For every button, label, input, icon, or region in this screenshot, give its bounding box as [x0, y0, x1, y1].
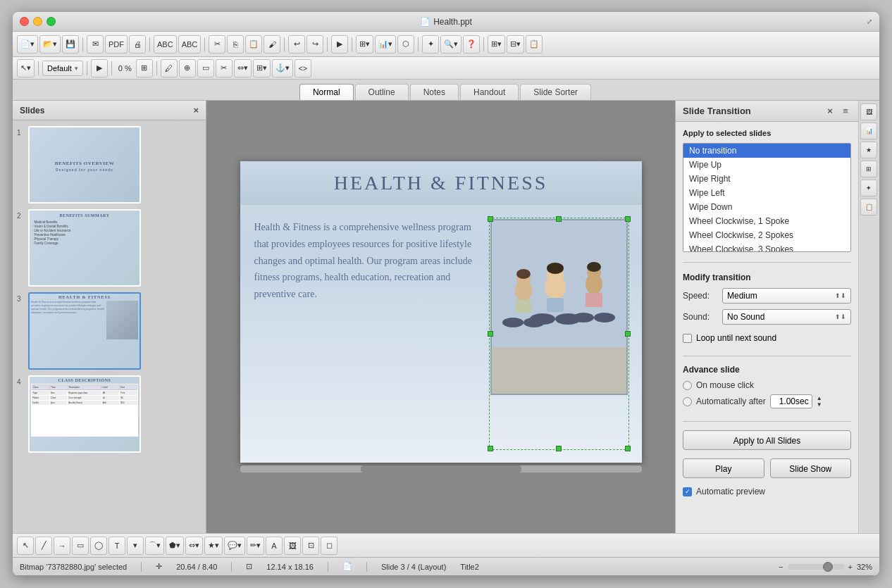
- sound-select[interactable]: No Sound ⬆⬇: [722, 309, 851, 325]
- apply-all-btn[interactable]: Apply to All Slides: [683, 430, 851, 450]
- cut-btn[interactable]: ✂: [209, 35, 225, 54]
- draw-pointer[interactable]: ↖: [17, 537, 34, 555]
- draw-shadow-btn[interactable]: ◻: [321, 537, 337, 555]
- transition-item-0[interactable]: No transition: [683, 144, 850, 158]
- print-btn[interactable]: 🖨: [129, 35, 146, 54]
- transition-item-4[interactable]: Wipe Down: [683, 200, 850, 214]
- time-up[interactable]: ▲: [817, 396, 822, 401]
- draw-curve-btn[interactable]: ⌒▾: [145, 537, 164, 555]
- style-dropdown[interactable]: Default ▾: [42, 61, 83, 76]
- copy-btn[interactable]: ⎘: [227, 35, 244, 54]
- minimize-button[interactable]: [33, 17, 42, 26]
- slide-thumb-3[interactable]: HEALTH & FITNESS Health & Fitness is a c…: [28, 292, 141, 370]
- slides-panel-close[interactable]: ×: [193, 105, 199, 115]
- effects-btn[interactable]: ✦: [422, 35, 439, 54]
- time-down[interactable]: ▼: [817, 402, 822, 408]
- search-btn[interactable]: 🔍▾: [440, 35, 462, 54]
- transition-list[interactable]: No transition Wipe Up Wipe Right Wipe Le…: [683, 143, 851, 252]
- paste-btn[interactable]: 📋: [245, 35, 262, 54]
- draw-shapes-btn[interactable]: ⬟▾: [166, 537, 184, 555]
- slide-canvas[interactable]: HEALTH & FITNESS Health & Fitness is a c…: [240, 161, 642, 463]
- transition-item-6[interactable]: Wheel Clockwise, 2 Spokes: [683, 228, 850, 242]
- mouse-click-radio[interactable]: [683, 381, 692, 390]
- draw-btn[interactable]: ⬡: [397, 35, 414, 54]
- arrows-btn[interactable]: ⇔▾: [234, 59, 252, 77]
- slide-thumb-4[interactable]: CLASS DESCRIPTIONS Class Time Descriptio…: [28, 375, 141, 453]
- auto-after-radio[interactable]: [683, 397, 692, 406]
- table-btn[interactable]: ⊞▾: [356, 35, 373, 54]
- zoom-minus[interactable]: −: [779, 563, 783, 571]
- zoom-stepper[interactable]: ⊞: [136, 59, 153, 77]
- frame-btn[interactable]: ▭: [197, 59, 214, 77]
- master-btn[interactable]: 📋: [526, 35, 543, 54]
- spellcheck-btn[interactable]: ABC: [154, 35, 177, 54]
- side-icon-2[interactable]: ★: [860, 142, 877, 158]
- transition-item-5[interactable]: Wheel Clockwise, 1 Spoke: [683, 214, 850, 228]
- loop-checkbox[interactable]: [683, 334, 692, 343]
- panel-close-btn[interactable]: ×: [824, 106, 836, 117]
- draw-line[interactable]: ╱: [35, 537, 52, 555]
- slide-image[interactable]: [490, 219, 628, 395]
- transition-item-2[interactable]: Wipe Right: [683, 172, 850, 186]
- tab-outline[interactable]: Outline: [355, 84, 409, 100]
- present-btn[interactable]: ▶: [331, 35, 348, 54]
- tab-normal[interactable]: Normal: [299, 84, 354, 100]
- handle-bm[interactable]: [556, 446, 562, 451]
- anchor-btn[interactable]: ⚓▾: [272, 59, 293, 77]
- handle-tl[interactable]: [488, 216, 493, 222]
- draw-free-btn[interactable]: ✏▾: [247, 537, 264, 555]
- side-icon-5[interactable]: 📋: [860, 199, 877, 215]
- handle-bl[interactable]: [488, 446, 493, 451]
- slides-list[interactable]: 1 BENEFITS OVERVIEW Designed for your ne…: [13, 120, 206, 533]
- side-icon-3[interactable]: ⊞: [860, 161, 877, 177]
- auto-time-input[interactable]: [770, 394, 812, 408]
- draw-star-btn[interactable]: ★▾: [204, 537, 223, 555]
- handle-ml[interactable]: [488, 331, 493, 337]
- handle-tr[interactable]: [625, 216, 631, 222]
- draw-pen-btn[interactable]: ▾: [127, 537, 144, 555]
- draw-text[interactable]: T: [109, 537, 125, 555]
- code-btn[interactable]: <>: [295, 59, 311, 77]
- side-icon-4[interactable]: ✦: [860, 180, 877, 196]
- align-btn[interactable]: ⊞▾: [253, 59, 271, 77]
- slide-item-4[interactable]: 4 CLASS DESCRIPTIONS Class Time Descript…: [17, 375, 202, 453]
- new-btn[interactable]: 📄▾: [17, 35, 38, 54]
- redo-btn[interactable]: ↪: [306, 35, 323, 54]
- draw-image-btn[interactable]: 🖼: [284, 537, 301, 555]
- slide-item-3[interactable]: 3 HEALTH & FITNESS Health & Fitness is a…: [17, 292, 202, 370]
- fullscreen-icon[interactable]: ⤢: [867, 18, 872, 25]
- slide-area[interactable]: HEALTH & FITNESS Health & Fitness is a c…: [206, 101, 675, 533]
- transition-item-1[interactable]: Wipe Up: [683, 158, 850, 172]
- tab-handout[interactable]: Handout: [460, 84, 519, 100]
- panel-settings-btn[interactable]: ≡: [840, 106, 851, 117]
- close-button[interactable]: [20, 17, 29, 26]
- speed-select[interactable]: Medium ⬆⬇: [722, 288, 851, 304]
- draw-frame-btn[interactable]: ⊡: [302, 537, 319, 555]
- maximize-button[interactable]: [47, 17, 56, 26]
- email-btn[interactable]: ✉: [87, 35, 104, 54]
- cut2-btn[interactable]: ✂: [216, 59, 233, 77]
- select-btn[interactable]: ↖▾: [17, 59, 35, 77]
- zoom-thumb[interactable]: [823, 562, 833, 572]
- zoom-plus[interactable]: +: [848, 563, 853, 571]
- layout-btn[interactable]: ⊟▾: [507, 35, 524, 54]
- draw-callout-btn[interactable]: 💬▾: [224, 537, 245, 555]
- auto-preview-checkbox[interactable]: ✓: [683, 487, 692, 496]
- side-icon-0[interactable]: 🖼: [860, 104, 877, 120]
- slide-item-1[interactable]: 1 BENEFITS OVERVIEW Designed for your ne…: [17, 126, 202, 204]
- open-btn[interactable]: 📂▾: [39, 35, 61, 54]
- side-icon-1[interactable]: 📊: [860, 123, 877, 139]
- handle-br[interactable]: [625, 446, 631, 451]
- pdf-btn[interactable]: PDF: [105, 35, 128, 54]
- horizontal-scrollbar[interactable]: [240, 465, 642, 473]
- play-btn[interactable]: Play: [683, 458, 764, 478]
- draw-fontwork[interactable]: A: [266, 537, 283, 555]
- transition-item-3[interactable]: Wipe Left: [683, 186, 850, 200]
- zoom-slider[interactable]: [788, 564, 844, 570]
- cursor-btn[interactable]: ⊕: [179, 59, 196, 77]
- draw-arrow[interactable]: →: [54, 537, 70, 555]
- time-stepper[interactable]: ▲ ▼: [817, 396, 822, 408]
- tab-slide-sorter[interactable]: Slide Sorter: [520, 84, 591, 100]
- slide-thumb-2[interactable]: BENEFITS SUMMARY · Medical Benefits · Vi…: [28, 209, 141, 287]
- help-btn[interactable]: ❓: [463, 35, 480, 54]
